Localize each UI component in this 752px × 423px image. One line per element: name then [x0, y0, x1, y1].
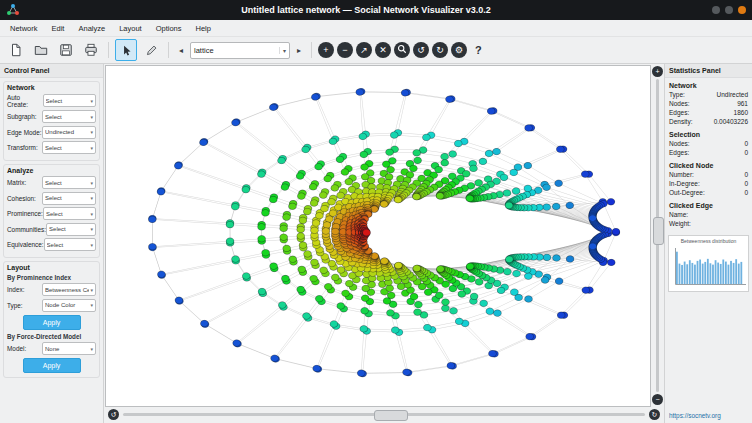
chevron-down-icon: ▾: [90, 226, 93, 232]
apply-force-layout-button[interactable]: Apply: [23, 358, 81, 373]
index-select[interactable]: Betweenness Cen..▾: [42, 283, 96, 296]
stats-network-group: Network Type:Undirected Nodes:961 Edges:…: [669, 82, 748, 127]
stat-row: Name:: [669, 211, 748, 218]
select-value: Select: [49, 226, 89, 232]
rotate-slider-handle[interactable]: [374, 410, 408, 421]
select-value: Select: [45, 195, 89, 201]
new-network-button[interactable]: [5, 39, 27, 61]
rotate-left-icon: ↺: [417, 46, 425, 55]
stat-row: Number:0: [669, 171, 748, 178]
select-value: Betweenness Cen..: [45, 287, 89, 293]
save-floppy-icon: [59, 43, 73, 57]
prominence-select[interactable]: Select▾: [43, 207, 96, 220]
type-select[interactable]: Node Color▾: [42, 299, 96, 312]
stat-type-value: Undirected: [717, 91, 748, 98]
stat-nodes-value: 961: [737, 100, 748, 107]
subgraph-select[interactable]: Select▾: [42, 110, 96, 123]
zoom-in-button[interactable]: +: [652, 66, 663, 77]
add-node-button[interactable]: +: [318, 42, 334, 58]
menu-options[interactable]: Options: [149, 22, 189, 35]
clicked-node-outdegree-label: Out-Degree:: [669, 189, 705, 196]
edit-edge-button[interactable]: [140, 39, 162, 61]
clicked-node-number-value: 0: [744, 171, 748, 178]
control-row: Index: Betweenness Cen..▾: [7, 283, 96, 296]
select-value: Select: [45, 180, 89, 186]
print-network-button[interactable]: [80, 39, 102, 61]
add-edge-button[interactable]: ↗: [356, 42, 372, 58]
zoom-slider-groove[interactable]: [656, 79, 659, 392]
layout-group: Layout By Prominence Index Index: Betwee…: [3, 261, 100, 379]
communities-select[interactable]: Select▾: [46, 223, 96, 236]
stat-row: In-Degree:0: [669, 180, 748, 187]
equivalence-select[interactable]: Select▾: [44, 238, 96, 251]
app-window: Untitled lattice network — Social Networ…: [0, 0, 752, 423]
layout-group-title: Layout: [7, 264, 96, 271]
edge-mode-select[interactable]: Undirected▾: [42, 126, 96, 139]
rotate-left-button[interactable]: ↺: [413, 42, 429, 58]
apply-prominence-layout-button[interactable]: Apply: [23, 315, 81, 330]
zoom-slider-handle[interactable]: [653, 217, 664, 245]
model-select[interactable]: None▾: [42, 342, 96, 355]
stat-density-label: Density:: [669, 118, 692, 125]
previous-relation-icon[interactable]: ◂: [175, 46, 187, 55]
stats-clicked-node-group: Clicked Node Number:0 In-Degree:0 Out-De…: [669, 162, 748, 198]
settings-button[interactable]: ⚙: [451, 42, 467, 58]
chevron-down-icon: ▾: [90, 129, 93, 135]
force-layout-subtitle: By Force-Directed Model: [7, 333, 96, 340]
control-row: Edge Mode: Undirected▾: [7, 126, 96, 139]
rotate-right-button-slider[interactable]: ↻: [649, 409, 660, 420]
chevron-down-icon: ▾: [90, 195, 93, 201]
remove-edge-button[interactable]: ✕: [375, 42, 391, 58]
gear-icon: ⚙: [455, 46, 463, 55]
cohesion-select[interactable]: Select▾: [42, 192, 96, 205]
open-network-button[interactable]: [30, 39, 52, 61]
statistics-panel: Statistics Panel Network Type:Undirected…: [664, 64, 752, 423]
next-relation-icon[interactable]: ▸: [293, 46, 305, 55]
prominence-layout-subtitle: By Prominence Index: [7, 274, 96, 281]
network-canvas[interactable]: [106, 66, 650, 406]
chevron-down-icon: ▾: [90, 242, 93, 248]
clicked-node-outdegree-value: 0: [744, 189, 748, 196]
zoom-out-icon: −: [655, 396, 659, 403]
minimize-button[interactable]: [712, 6, 720, 14]
analyze-group-title: Analyze: [7, 167, 96, 174]
select-value: Select: [47, 242, 90, 248]
stat-row: Edges:1860: [669, 109, 748, 116]
chevron-down-icon: ▾: [90, 287, 93, 293]
remove-node-button[interactable]: −: [337, 42, 353, 58]
socnetv-link[interactable]: https://socnetv.org: [665, 409, 752, 423]
close-button[interactable]: [738, 6, 746, 14]
menu-edit[interactable]: Edit: [45, 22, 72, 35]
help-button[interactable]: ?: [470, 44, 487, 56]
relation-combobox[interactable]: lattice ▾: [190, 42, 290, 59]
rotate-right-icon: ↻: [652, 411, 658, 418]
select-mode-button[interactable]: [115, 39, 137, 61]
magnifier-icon: [397, 44, 407, 56]
rotate-right-button[interactable]: ↻: [432, 42, 448, 58]
stat-row: Edges:0: [669, 149, 748, 156]
rotate-slider-groove[interactable]: [123, 413, 645, 416]
stats-clicked-edge-group: Clicked Edge Name: Weight:: [669, 202, 748, 229]
window-title: Untitled lattice network — Social Networ…: [20, 5, 712, 15]
maximize-button[interactable]: [725, 6, 733, 14]
matrix-select[interactable]: Select▾: [42, 176, 96, 189]
menu-analyze[interactable]: Analyze: [71, 22, 112, 35]
menu-network[interactable]: Network: [3, 22, 45, 35]
transform-select[interactable]: Select▾: [42, 141, 96, 154]
cohesion-label: Cohesion:: [7, 195, 36, 202]
matrix-label: Matrix:: [7, 179, 26, 186]
auto-create-select[interactable]: Select▾: [43, 94, 96, 107]
menu-help[interactable]: Help: [189, 22, 218, 35]
stats-selection-group: Selection Nodes:0 Edges:0: [669, 131, 748, 158]
zoom-button[interactable]: [394, 42, 410, 58]
menu-layout[interactable]: Layout: [112, 22, 149, 35]
auto-create-label: Auto Create:: [7, 94, 43, 108]
chevron-down-icon: ▾: [90, 211, 93, 217]
toolbar-separator: [168, 42, 169, 58]
prominence-label: Prominence:: [7, 210, 43, 217]
zoom-out-button[interactable]: −: [652, 394, 663, 405]
add-edge-icon: ↗: [360, 46, 368, 55]
rotate-left-button-slider[interactable]: ↺: [108, 409, 119, 420]
save-network-button[interactable]: [55, 39, 77, 61]
type-label: Type:: [7, 302, 23, 309]
